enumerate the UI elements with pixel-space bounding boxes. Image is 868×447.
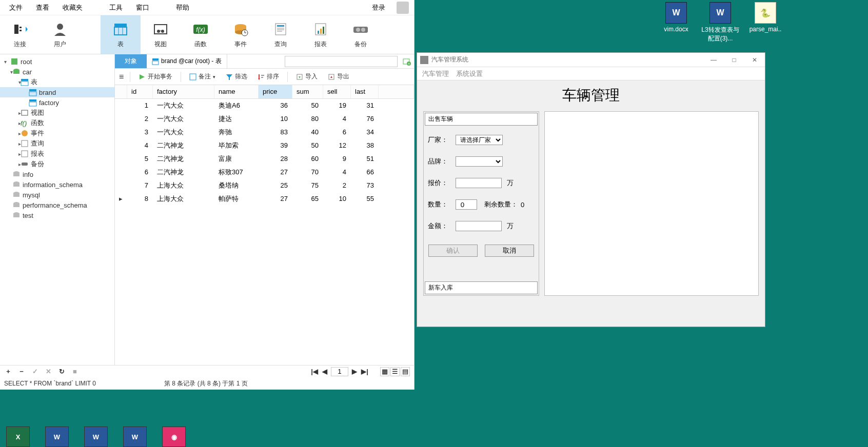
task-word-icon-3[interactable]: W <box>123 426 147 447</box>
price-input[interactable] <box>456 178 502 188</box>
desktop-icon-parse[interactable]: 🐍 parse_mai.. <box>746 2 785 33</box>
tree-db-test[interactable]: test <box>0 210 114 220</box>
menu-help[interactable]: 帮助 <box>172 1 193 14</box>
toolbar-views[interactable]: 视图 <box>141 15 181 54</box>
table-row[interactable]: ▸ 8上海大众帕萨特 2765 1055 <box>115 192 414 206</box>
qty-input[interactable] <box>456 199 477 210</box>
grid-view-icon[interactable]: ▦ <box>380 367 389 376</box>
menu-window[interactable]: 窗口 <box>132 1 153 14</box>
menu-file[interactable]: 文件 <box>5 1 27 14</box>
tree-functions[interactable]: ▸f()函数 <box>0 118 114 128</box>
task-app-icon[interactable]: ◉ <box>162 426 186 447</box>
refresh-button[interactable]: ↻ <box>57 368 66 375</box>
task-word-icon[interactable]: W <box>45 426 69 447</box>
hamburger-icon[interactable]: ≡ <box>119 72 124 82</box>
begin-transaction-button[interactable]: 开始事务 <box>136 71 174 82</box>
tree-reports[interactable]: ▸报表 <box>0 149 114 159</box>
desktop-icon-vim[interactable]: W vim.docx <box>657 2 696 33</box>
toolbar-connect[interactable]: 连接 <box>0 15 40 54</box>
tree-db-mysql[interactable]: mysql <box>0 190 114 200</box>
toolbar-query[interactable]: 查询 <box>261 15 301 54</box>
form-view-icon[interactable]: ☰ <box>390 367 400 376</box>
table-row[interactable]: 5二汽神龙富康 2860 951 <box>115 152 414 166</box>
add-row-button[interactable]: + <box>4 368 12 375</box>
menu-system-settings[interactable]: 系统设置 <box>456 69 483 78</box>
sell-section-header[interactable]: 出售车辆 <box>425 113 538 126</box>
commit-button[interactable]: ✓ <box>31 368 39 375</box>
new-tab-button[interactable]: + <box>400 54 414 68</box>
tree-tables[interactable]: ▾表 <box>0 77 114 87</box>
login-link[interactable]: 登录 <box>368 1 389 14</box>
avatar-icon[interactable] <box>397 2 409 14</box>
prev-page-button[interactable]: ◀ <box>321 368 329 375</box>
form-cancel-button[interactable]: 取消 <box>485 245 534 257</box>
desktop-icon-l3[interactable]: W L3转发查表与配置(3)... <box>701 2 740 43</box>
table-row[interactable]: 7上海大众桑塔纳 2575 273 <box>115 179 414 192</box>
tree-db-information-schema[interactable]: information_schema <box>0 179 114 190</box>
toolbar-user[interactable]: 用户 <box>40 15 80 54</box>
menu-car-manage[interactable]: 汽车管理 <box>422 69 449 78</box>
minimize-button[interactable]: — <box>703 53 724 67</box>
tree-db-performance-schema[interactable]: performance_schema <box>0 200 114 210</box>
delete-row-button[interactable]: − <box>17 368 26 375</box>
tree-backups[interactable]: ▸备份 <box>0 159 114 169</box>
text-view-icon[interactable]: ▤ <box>401 367 410 376</box>
close-button[interactable]: ✕ <box>744 53 765 67</box>
tab-objects[interactable]: 对象 <box>115 54 147 68</box>
newcar-section-header[interactable]: 新车入库 <box>425 281 538 294</box>
next-page-button[interactable]: ▶ <box>350 368 359 375</box>
tree-table-factory[interactable]: factory <box>0 97 114 108</box>
export-button[interactable]: 导出 <box>326 71 351 82</box>
tree-root[interactable]: ▾root <box>0 56 114 67</box>
confirm-button[interactable]: 确认 <box>428 245 478 257</box>
menu-favorites[interactable]: 收藏夹 <box>58 1 87 14</box>
tree-table-brand[interactable]: brand <box>0 87 114 97</box>
toolbar-table[interactable]: 表 <box>101 15 141 54</box>
menu-tools[interactable]: 工具 <box>105 1 127 14</box>
last-page-button[interactable]: ▶| <box>361 368 369 375</box>
table-row[interactable]: 3一汽大众奔驰 8340 634 <box>115 126 414 139</box>
data-table[interactable]: id factory name price sum sell last 1一汽大… <box>115 85 414 365</box>
table-row[interactable]: 4二汽神龙毕加索 3950 1238 <box>115 139 414 152</box>
brand-label: 品牌： <box>428 157 452 166</box>
col-factory[interactable]: factory <box>153 85 214 98</box>
tree-queries[interactable]: ▸查询 <box>0 138 114 149</box>
toolbar-functions[interactable]: f(x) 函数 <box>181 15 221 54</box>
first-page-button[interactable]: |◀ <box>310 368 319 375</box>
svg-rect-58 <box>152 61 159 65</box>
sort-button[interactable]: 排序 <box>255 71 281 82</box>
tree-db-info[interactable]: info <box>0 169 114 179</box>
table-row[interactable]: 2一汽大众捷达 1080 476 <box>115 112 414 126</box>
search-input[interactable] <box>285 56 398 67</box>
toolbar-backup[interactable]: 备份 <box>341 15 381 54</box>
svg-rect-54 <box>13 204 19 207</box>
tree-db-car[interactable]: ▾car <box>0 67 114 77</box>
left-form-panel: 出售车辆 厂家： 请选择厂家 品牌： 报价： 万 <box>423 111 539 296</box>
tab-brand[interactable]: brand @car (root) - 表 <box>147 54 227 68</box>
import-button[interactable]: 导入 <box>294 71 320 82</box>
brand-select[interactable] <box>456 156 503 167</box>
col-id[interactable]: id <box>127 85 153 98</box>
col-sum[interactable]: sum <box>292 85 323 98</box>
remark-button[interactable]: 备注▾ <box>187 71 218 82</box>
col-name[interactable]: name <box>214 85 259 98</box>
cancel-button[interactable]: ✕ <box>44 368 52 375</box>
page-input[interactable] <box>331 367 348 376</box>
stop-button[interactable]: ■ <box>71 368 79 375</box>
table-row[interactable]: 6二汽神龙标致307 2770 466 <box>115 166 414 179</box>
col-last[interactable]: last <box>351 85 379 98</box>
amount-input[interactable] <box>456 221 502 231</box>
toolbar-report[interactable]: 报表 <box>301 15 341 54</box>
col-price[interactable]: price <box>259 85 292 98</box>
task-excel-icon[interactable]: X <box>6 426 30 447</box>
menu-view[interactable]: 查看 <box>32 1 53 14</box>
task-word-icon-2[interactable]: W <box>84 426 108 447</box>
col-sell[interactable]: sell <box>323 85 351 98</box>
maximize-button[interactable]: □ <box>724 53 744 67</box>
toolbar-events[interactable]: 事件 <box>221 15 261 54</box>
table-row[interactable]: 1一汽大众奥迪A6 3650 1931 <box>115 98 414 112</box>
factory-select[interactable]: 请选择厂家 <box>456 135 503 145</box>
tree-views[interactable]: ▸视图 <box>0 108 114 118</box>
filter-button[interactable]: 筛选 <box>224 71 249 82</box>
tree-events[interactable]: ▸事件 <box>0 128 114 138</box>
